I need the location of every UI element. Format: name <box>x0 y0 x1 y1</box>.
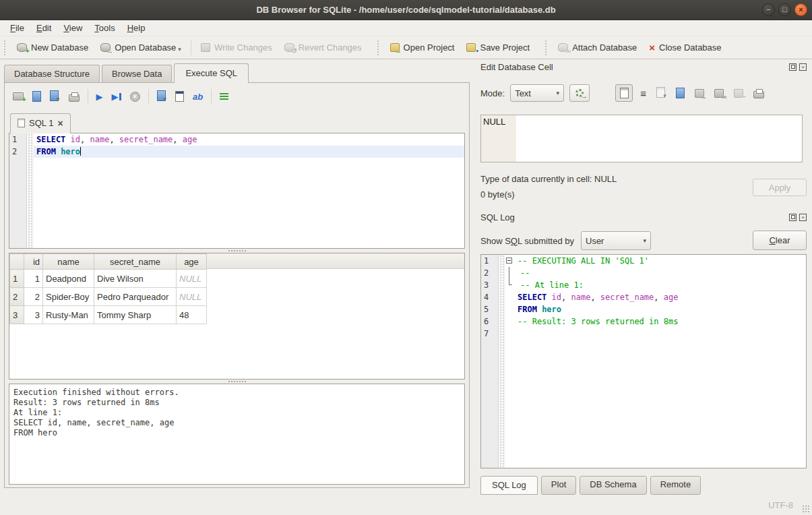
open-database-button[interactable]: → Open Database ▾ <box>94 40 187 55</box>
link-icon[interactable]: ∞ <box>714 89 724 98</box>
sql-log-title: SQL Log <box>480 212 786 222</box>
results-header-row: id name secret_name age <box>10 254 207 270</box>
encoding-indicator: UTF-8 <box>768 500 793 510</box>
attach-database-icon: ∞ <box>558 43 568 52</box>
sql-keyword: FROM <box>36 147 61 156</box>
print-icon[interactable] <box>69 94 80 102</box>
text-mode-button[interactable] <box>615 84 633 102</box>
find-icon[interactable] <box>175 91 184 102</box>
new-sql-tab-icon[interactable]: + <box>13 92 24 100</box>
close-dock-icon[interactable]: × <box>799 63 807 71</box>
new-database-button[interactable]: + New Database <box>11 40 94 55</box>
table-row[interactable]: 2 2 Spider-Boy Pedro Parqueador NULL <box>10 288 207 306</box>
export-data-icon[interactable] <box>676 88 685 98</box>
clear-log-button[interactable]: Clear <box>753 231 807 250</box>
execute-all-icon[interactable]: ▶ <box>96 92 103 101</box>
close-button[interactable]: × <box>794 3 807 16</box>
maximize-button[interactable]: □ <box>778 3 791 16</box>
editor-line-1: 1 SELECT id, name, secret_name, age <box>9 133 464 146</box>
open-in-window-icon[interactable]: → <box>695 89 704 98</box>
log-line: 3 -- At line 1: <box>481 279 806 291</box>
toolbar-drag-handle[interactable] <box>4 40 7 55</box>
tab-db-schema[interactable]: DB Schema <box>580 476 646 495</box>
float-dock-icon[interactable] <box>789 214 797 221</box>
dock-tab-bar: SQL Log Plot DB Schema Remote <box>480 476 701 495</box>
toolbar-drag-handle[interactable] <box>545 40 549 55</box>
toolbar: + New Database → Open Database ▾ Write C… <box>0 36 812 59</box>
cell-value-editor[interactable]: NULL <box>480 115 803 162</box>
save-sql-file-icon[interactable]: ▾ <box>50 90 60 103</box>
tab-remote[interactable]: Remote <box>650 476 701 495</box>
tab-browse-data[interactable]: Browse Data <box>102 65 172 82</box>
sql-keyword: SELECT <box>36 135 71 144</box>
open-project-icon: → <box>390 43 400 52</box>
menu-tools[interactable]: Tools <box>88 21 121 35</box>
sql-file-icon <box>18 119 25 127</box>
stop-icon: × <box>130 92 140 102</box>
print-cell-icon[interactable] <box>753 91 764 98</box>
float-dock-icon[interactable] <box>789 63 797 71</box>
mode-label: Mode: <box>480 88 505 98</box>
execution-message: Execution finished without errors. Resul… <box>9 384 464 442</box>
status-bar: UTF-8 <box>0 495 812 515</box>
column-header-age[interactable]: age <box>177 254 207 270</box>
mode-select[interactable]: Text ▾ <box>510 84 564 102</box>
sql-editor[interactable]: 1 SELECT id, name, secret_name, age 2 FR… <box>9 133 465 249</box>
edit-cell-title: Edit Database Cell <box>480 62 786 72</box>
cell-value: NULL <box>483 117 505 127</box>
table-row[interactable]: 3 3 Rusty-Man Tommy Sharp 48 <box>10 306 207 324</box>
open-sql-file-icon[interactable] <box>32 91 41 102</box>
close-database-button[interactable]: × Close Database <box>643 40 727 55</box>
revert-changes-button: ↺ Revert Changes <box>278 40 368 55</box>
save-project-icon: ▪ <box>466 43 476 52</box>
save-results-icon[interactable]: ▾ <box>157 90 167 103</box>
tab-execute-sql[interactable]: Execute SQL <box>174 63 249 83</box>
menu-edit[interactable]: Edit <box>30 21 57 35</box>
menu-file[interactable]: File <box>4 21 30 35</box>
attach-database-button[interactable]: ∞ Attach Database <box>552 40 643 55</box>
main-tab-bar: Database Structure Browse Data Execute S… <box>0 59 474 82</box>
column-header-id[interactable]: id <box>24 254 43 270</box>
format-sql-icon[interactable]: ab <box>193 92 203 102</box>
word-wrap-icon[interactable]: ≡ <box>640 88 646 99</box>
open-project-button[interactable]: → Open Project <box>384 40 461 55</box>
save-project-button[interactable]: ▪ Save Project <box>460 40 536 55</box>
titlebar: DB Browser for SQLite - /home/user/code/… <box>0 0 812 20</box>
column-header-name[interactable]: name <box>43 254 94 270</box>
sql-doc-tab-bar: SQL 1 × <box>5 110 469 133</box>
toggle-results-icon[interactable] <box>220 93 228 100</box>
text-document-icon <box>620 88 629 98</box>
table-row[interactable]: 1 1 Deadpond Dive Wilson NULL <box>10 270 207 288</box>
cell-mode-row: Mode: Text ▾ → ≡ ▾ → ∞ − <box>480 84 807 102</box>
cell-type-info: Type of data currently in cell: NULL <box>480 174 617 184</box>
close-dock-icon[interactable]: × <box>799 214 807 221</box>
corner-header[interactable] <box>10 254 24 270</box>
tab-plot[interactable]: Plot <box>541 476 576 495</box>
tab-sql-log[interactable]: SQL Log <box>480 476 538 495</box>
sql-editor-toolbar: + ▾ ▶ ▶ × ▾ ab <box>5 83 469 110</box>
cell-size-info: 0 byte(s) <box>480 189 515 200</box>
sql-log-dock-header: SQL Log × <box>480 212 807 222</box>
sql-log-view: 1 -- EXECUTING ALL IN 'SQL 1' 2 -- 3 -- … <box>480 254 807 468</box>
submitted-by-select[interactable]: User ▾ <box>581 231 651 250</box>
log-line: 5 FROM hero <box>481 303 806 315</box>
resize-grip[interactable] <box>802 505 810 513</box>
open-database-dropdown-icon[interactable]: ▾ <box>178 46 181 53</box>
sql-doc-tab[interactable]: SQL 1 × <box>10 113 71 133</box>
results-grid: id name secret_name age 1 1 Deadpond Div… <box>9 253 465 380</box>
minimize-button[interactable]: − <box>762 3 775 16</box>
cell-settings-button[interactable]: → <box>569 84 590 102</box>
fold-toggle-icon[interactable] <box>506 258 512 264</box>
log-line: 4 SELECT id, name, secret_name, age <box>481 291 806 303</box>
new-database-icon: + <box>17 43 27 52</box>
toolbar-drag-handle[interactable] <box>377 40 381 55</box>
chevron-down-icon: ▾ <box>643 237 646 244</box>
write-changes-icon <box>201 43 210 52</box>
execute-line-icon[interactable]: ▶ <box>112 92 121 102</box>
text-cursor <box>80 147 81 156</box>
menu-help[interactable]: Help <box>121 21 152 35</box>
close-tab-icon[interactable]: × <box>57 119 63 128</box>
column-header-secret-name[interactable]: secret_name <box>94 254 177 270</box>
tab-database-structure[interactable]: Database Structure <box>4 65 100 82</box>
menu-view[interactable]: View <box>57 21 88 35</box>
